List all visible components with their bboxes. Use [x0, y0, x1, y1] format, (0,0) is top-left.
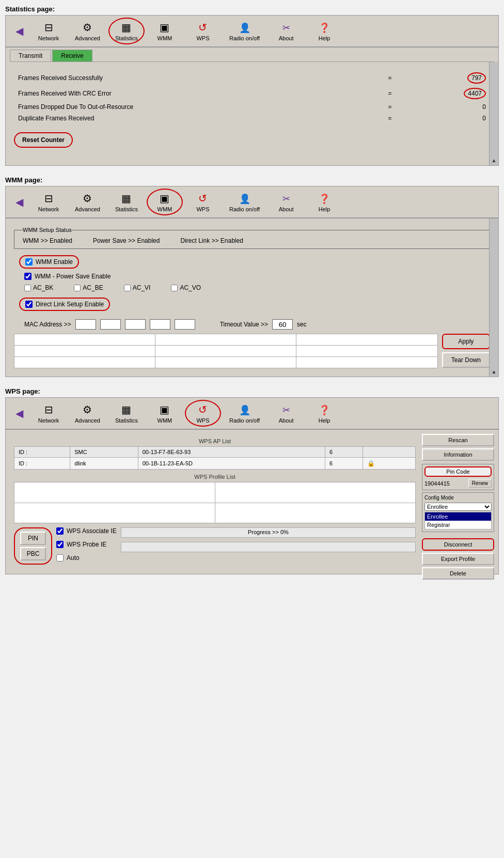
wmm-nav-wmm[interactable]: WMM [147, 189, 183, 215]
stat-row-3: Duplicate Frames Received = 0 [14, 113, 490, 124]
rescan-button[interactable]: Rescan [422, 434, 494, 446]
wmm-page-label: WMM page: [5, 176, 499, 184]
wps-auto-label: Auto [67, 554, 80, 561]
nav-item-about[interactable]: About [268, 18, 304, 44]
ac-be-label: AC_BE [83, 284, 103, 291]
wmm-enable-checkbox[interactable] [25, 258, 33, 266]
wmm-enable-row[interactable]: WMM Enable [19, 255, 79, 269]
wps-nav-help[interactable]: Help [306, 400, 342, 427]
ac-vi-item[interactable]: AC_VI [124, 284, 151, 291]
wps-advanced-icon [83, 403, 92, 416]
config-mode-select[interactable]: Enrollee Registrar [424, 503, 492, 511]
wmm-power-save-row[interactable]: WMM - Power Save Enable [24, 273, 490, 280]
pbc-button[interactable]: PBC [20, 547, 46, 560]
wmm-nav-network[interactable]: Network [30, 189, 67, 215]
mac-field-4[interactable] [150, 319, 170, 330]
wps-icon [198, 21, 207, 34]
wps-nav-radio[interactable]: Radio on/off [223, 400, 266, 427]
wmm-status-direct: Direct Link >> Enabled [180, 237, 243, 244]
ac-bk-item[interactable]: AC_BK [24, 284, 53, 291]
wps-back-button[interactable] [10, 404, 28, 423]
wmm-nav-help[interactable]: Help [306, 189, 342, 215]
ac-bk-label: AC_BK [33, 284, 53, 291]
wps-auto-checkbox[interactable] [56, 554, 64, 561]
wps-radio-icon [239, 403, 250, 416]
ac-vo-item[interactable]: AC_VO [171, 284, 201, 291]
nav-item-radio[interactable]: Radio on/off [223, 18, 266, 44]
direct-link-row[interactable]: Direct Link Setup Enable [19, 298, 110, 311]
timeout-input[interactable] [272, 319, 293, 330]
wps-ap-row-1[interactable]: ID : dlink 00-1B-11-23-EA-5D 6 [14, 458, 416, 470]
stat-eq-1: = [382, 86, 398, 101]
wmm-power-save-checkbox[interactable] [24, 273, 32, 280]
wmm-nav-about[interactable]: About [268, 189, 304, 215]
export-profile-button[interactable]: Export Profile [422, 553, 494, 565]
wmm-nav-radio[interactable]: Radio on/off [223, 189, 266, 215]
nav-item-help[interactable]: Help [306, 18, 342, 44]
direct-link-checkbox[interactable] [25, 301, 33, 308]
wmm-back-button[interactable] [10, 193, 28, 211]
config-mode-label: Config Mode [424, 495, 492, 501]
wmm-nav-wps[interactable]: WPS [185, 189, 221, 215]
ac-vo-checkbox[interactable] [171, 285, 178, 291]
apply-button[interactable]: Apply [442, 334, 490, 349]
wmm-cell-0-0 [14, 334, 155, 346]
renew-button[interactable]: Renew [468, 479, 492, 488]
wmm-nav-label-network: Network [38, 206, 59, 212]
wps-nav-wmm[interactable]: WMM [147, 400, 183, 427]
ac-be-checkbox[interactable] [74, 285, 81, 291]
wmm-help-icon [319, 192, 330, 205]
tab-receive[interactable]: Receive [52, 50, 92, 61]
wps-wps-icon [198, 403, 207, 416]
mac-field-5[interactable] [175, 319, 195, 330]
tear-down-button[interactable]: Tear Down [442, 352, 490, 368]
wmm-scroll-arrow[interactable]: ▲ [492, 369, 497, 375]
statistics-page-label: Statistics page: [5, 5, 499, 13]
wps-nav-about[interactable]: About [268, 400, 304, 427]
ac-be-item[interactable]: AC_BE [74, 284, 103, 291]
pin-code-label: Pin Code [424, 466, 492, 477]
ac-bk-checkbox[interactable] [24, 285, 31, 291]
wps-probe-ie-row[interactable]: WPS Probe IE [56, 541, 117, 548]
wmm-cell-2-2 [296, 357, 437, 368]
mac-field-2[interactable] [100, 319, 121, 330]
wps-nav-wps[interactable]: WPS [185, 400, 221, 427]
wps-auto-row[interactable]: Auto [56, 554, 117, 561]
config-option-enrollee-item[interactable]: Enrollee [425, 512, 491, 521]
nav-item-advanced[interactable]: Advanced [69, 18, 106, 44]
wps-associate-ie-checkbox[interactable] [56, 527, 64, 535]
tab-transmit[interactable]: Transmit [10, 50, 51, 61]
information-button[interactable]: Information [422, 448, 494, 461]
wps-nav-label-help: Help [319, 417, 330, 424]
wmm-scrollbar[interactable]: ▲ [489, 219, 498, 377]
wps-ap-row-0[interactable]: ID : SMC 00-13-F7-8E-63-93 6 [14, 447, 416, 458]
pin-button[interactable]: PIN [20, 532, 46, 545]
wps-nav-label-wps: WPS [196, 417, 209, 424]
reset-counter-button[interactable]: Reset Counter [14, 132, 73, 148]
wmm-nav-statistics[interactable]: Statistics [108, 189, 145, 215]
scrollbar[interactable]: ▲ [489, 62, 498, 165]
wps-probe-ie-checkbox[interactable] [56, 541, 64, 548]
delete-button[interactable]: Delete [422, 567, 494, 580]
wps-nav-advanced[interactable]: Advanced [69, 400, 106, 427]
nav-item-wps[interactable]: WPS [185, 18, 221, 44]
nav-item-statistics[interactable]: Statistics [108, 18, 145, 44]
stat-eq-0: = [382, 70, 398, 86]
wps-ap-list-title: WPS AP List [14, 438, 416, 444]
nav-item-network[interactable]: Network [30, 18, 67, 44]
nav-item-wmm[interactable]: WMM [147, 18, 183, 44]
wps-associate-ie-row[interactable]: WPS Associate IE [56, 527, 117, 535]
ac-vi-checkbox[interactable] [124, 285, 131, 291]
wps-nav-statistics[interactable]: Statistics [108, 400, 145, 427]
disconnect-button[interactable]: Disconnect [422, 538, 494, 551]
stat-label-2: Frames Dropped Due To Out-of-Resource [14, 101, 382, 113]
scroll-down-arrow[interactable]: ▲ [492, 158, 497, 163]
mac-field-1[interactable] [75, 319, 96, 330]
wps-nav-network[interactable]: Network [30, 400, 67, 427]
wps-profile-cell-1-1 [215, 503, 416, 523]
config-option-registrar-item[interactable]: Registrar [425, 521, 491, 529]
wmm-icon [160, 21, 169, 34]
back-button[interactable] [10, 22, 28, 40]
wmm-nav-advanced[interactable]: Advanced [69, 189, 106, 215]
mac-field-3[interactable] [125, 319, 146, 330]
